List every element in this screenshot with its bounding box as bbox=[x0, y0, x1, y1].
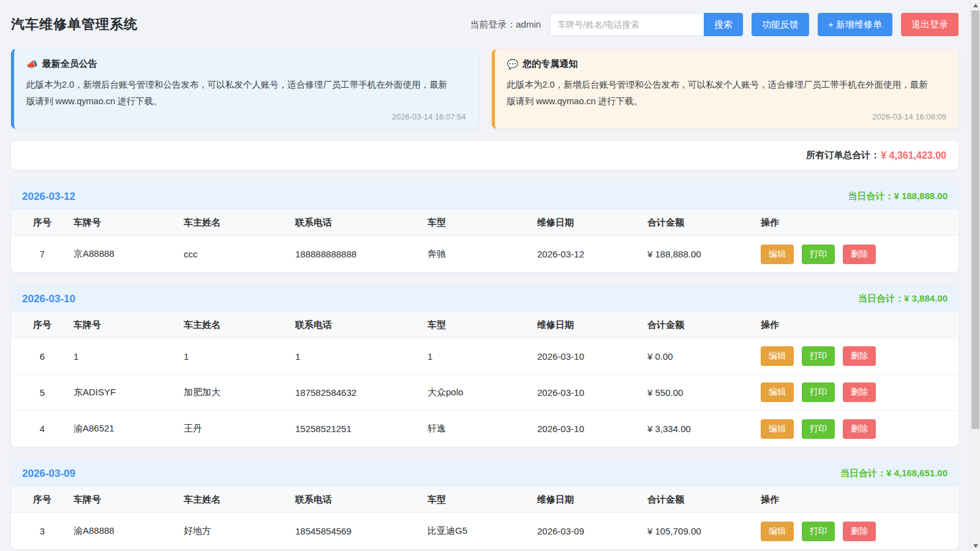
cell-car-model: 大众polo bbox=[428, 387, 537, 398]
login-username: admin bbox=[516, 19, 541, 29]
personal-notice-card: 💬 您的专属通知 此版本为2.0，新增后台账号管理和公告发布，可以私发个人账号，… bbox=[492, 49, 959, 129]
cell-car-model: 比亚迪G5 bbox=[428, 525, 537, 537]
cell-owner-name: 好地方 bbox=[184, 525, 295, 537]
cell-serial-number: 6 bbox=[11, 351, 74, 362]
grand-total-amount: ¥ 4,361,423.00 bbox=[881, 150, 946, 161]
print-button[interactable]: 打印 bbox=[802, 522, 835, 541]
column-header: 车牌号 bbox=[74, 217, 184, 229]
cell-car-model: 奔驰 bbox=[428, 248, 537, 260]
column-header: 车型 bbox=[428, 319, 537, 331]
table-body: 7 京A88888 ccc 188888888888 奔驰 2026-03-12… bbox=[11, 236, 959, 272]
cell-license-plate: 渝A88888 bbox=[74, 525, 184, 537]
login-label: 当前登录： bbox=[470, 19, 516, 29]
column-header: 序号 bbox=[11, 494, 74, 506]
cell-repair-date: 2026-03-10 bbox=[537, 387, 647, 398]
cell-phone: 15258521251 bbox=[295, 424, 428, 434]
column-header: 车主姓名 bbox=[184, 319, 295, 331]
cell-serial-number: 3 bbox=[11, 526, 74, 536]
cell-license-plate: 渝A86521 bbox=[74, 423, 184, 435]
order-sections: 2026-03-12 当日合计：¥ 188,888.00 序号车牌号车主姓名联系… bbox=[11, 183, 959, 549]
vertical-scrollbar[interactable] bbox=[970, 0, 980, 551]
cell-car-model: 轩逸 bbox=[428, 423, 537, 435]
cell-license-plate: 京A88888 bbox=[74, 248, 184, 260]
search-group: 搜索 bbox=[549, 13, 743, 36]
scrollbar-down-arrow[interactable] bbox=[970, 541, 980, 551]
day-total: 当日合计：¥ 3,884.00 bbox=[858, 293, 948, 305]
column-header: 序号 bbox=[11, 319, 74, 331]
table-row: 6 1 1 1 1 2026-03-10 ¥ 0.00 编辑 打印 删除 bbox=[11, 338, 959, 374]
delete-button[interactable]: 删除 bbox=[843, 382, 876, 402]
edit-button[interactable]: 编辑 bbox=[761, 382, 794, 402]
personal-notice-body: 此版本为2.0，新增后台账号管理和公告发布，可以私发个人账号，适合修理厂员工带手… bbox=[507, 77, 936, 110]
section-date: 2026-03-10 bbox=[22, 293, 75, 305]
feedback-button[interactable]: 功能反馈 bbox=[752, 13, 809, 36]
search-button[interactable]: 搜索 bbox=[704, 13, 743, 36]
table-row: 4 渝A86521 王丹 15258521251 轩逸 2026-03-10 ¥… bbox=[11, 411, 959, 447]
cell-actions: 编辑 打印 删除 bbox=[761, 245, 959, 264]
cell-serial-number: 5 bbox=[11, 387, 74, 398]
day-section: 2026-03-09 当日合计：¥ 4,168,651.00 序号车牌号车主姓名… bbox=[11, 460, 959, 549]
edit-button[interactable]: 编辑 bbox=[761, 346, 794, 366]
page: 汽车维修单管理系统 当前登录：admin 搜索 功能反馈 + 新增维修单 退出登… bbox=[0, 0, 970, 551]
cell-phone: 1 bbox=[295, 351, 428, 362]
cell-license-plate: 1 bbox=[74, 351, 184, 362]
column-header: 合计金额 bbox=[647, 494, 761, 506]
day-section: 2026-03-10 当日合计：¥ 3,884.00 序号车牌号车主姓名联系电话… bbox=[11, 286, 959, 447]
day-section-header: 2026-03-12 当日合计：¥ 188,888.00 bbox=[11, 183, 959, 210]
column-header: 维修日期 bbox=[537, 217, 647, 229]
section-date: 2026-03-12 bbox=[22, 191, 75, 203]
column-header: 车主姓名 bbox=[184, 217, 295, 229]
personal-notice-timestamp: 2026-03-14 16:08:09 bbox=[507, 112, 947, 121]
table-body: 3 渝A88888 好地方 18545854569 比亚迪G5 2026-03-… bbox=[11, 513, 959, 549]
edit-button[interactable]: 编辑 bbox=[761, 522, 794, 541]
print-button[interactable]: 打印 bbox=[802, 382, 835, 402]
column-header: 操作 bbox=[761, 494, 959, 506]
delete-button[interactable]: 删除 bbox=[843, 245, 876, 264]
delete-button[interactable]: 删除 bbox=[843, 522, 876, 541]
cell-license-plate: 东ADISYF bbox=[74, 387, 184, 398]
edit-button[interactable]: 编辑 bbox=[761, 419, 794, 439]
personal-notice-title-text: 您的专属通知 bbox=[522, 58, 578, 70]
day-section-header: 2026-03-10 当日合计：¥ 3,884.00 bbox=[11, 286, 959, 312]
personal-notice-title: 💬 您的专属通知 bbox=[507, 58, 947, 70]
table-row: 7 京A88888 ccc 188888888888 奔驰 2026-03-12… bbox=[11, 236, 959, 272]
search-input[interactable] bbox=[549, 13, 704, 36]
print-button[interactable]: 打印 bbox=[802, 245, 835, 264]
grand-total-label: 所有订单总合计： bbox=[806, 150, 880, 161]
notice-cards: 📣 最新全员公告 此版本为2.0，新增后台账号管理和公告发布，可以私发个人账号，… bbox=[11, 49, 959, 129]
announcement-title: 📣 最新全员公告 bbox=[26, 58, 466, 70]
column-header: 合计金额 bbox=[647, 319, 761, 331]
cell-amount: ¥ 550.00 bbox=[647, 387, 761, 398]
print-button[interactable]: 打印 bbox=[802, 346, 835, 366]
cell-owner-name: 王丹 bbox=[184, 423, 295, 435]
cell-repair-date: 2026-03-12 bbox=[537, 249, 647, 259]
table-body: 6 1 1 1 1 2026-03-10 ¥ 0.00 编辑 打印 删除 5 东… bbox=[11, 338, 959, 447]
column-header: 操作 bbox=[761, 319, 959, 331]
cell-phone: 18545854569 bbox=[295, 526, 428, 536]
delete-button[interactable]: 删除 bbox=[843, 346, 876, 366]
scrollbar-thumb[interactable] bbox=[971, 10, 979, 429]
cell-owner-name: 加肥加大 bbox=[184, 387, 295, 398]
cell-amount: ¥ 188,888.00 bbox=[647, 249, 761, 259]
add-repair-order-button[interactable]: + 新增维修单 bbox=[818, 13, 892, 36]
edit-button[interactable]: 编辑 bbox=[761, 245, 794, 264]
column-header: 车主姓名 bbox=[184, 494, 295, 506]
announcement-timestamp: 2026-03-14 16:07:54 bbox=[26, 112, 466, 121]
column-header: 操作 bbox=[761, 217, 959, 229]
logout-button[interactable]: 退出登录 bbox=[901, 13, 959, 36]
scrollbar-up-arrow[interactable] bbox=[970, 0, 980, 10]
column-header: 车型 bbox=[428, 494, 537, 506]
cell-actions: 编辑 打印 删除 bbox=[761, 346, 959, 366]
page-title: 汽车维修单管理系统 bbox=[11, 15, 138, 34]
delete-button[interactable]: 删除 bbox=[843, 419, 876, 439]
print-button[interactable]: 打印 bbox=[802, 419, 835, 439]
column-header: 联系电话 bbox=[295, 494, 428, 506]
cell-owner-name: ccc bbox=[184, 249, 295, 259]
column-header: 序号 bbox=[11, 217, 74, 229]
section-date: 2026-03-09 bbox=[22, 468, 75, 480]
day-total: 当日合计：¥ 4,168,651.00 bbox=[840, 468, 948, 479]
speech-bubble-icon: 💬 bbox=[507, 59, 519, 70]
cell-serial-number: 4 bbox=[11, 424, 74, 434]
announcement-body: 此版本为2.0，新增后台账号管理和公告发布，可以私发个人账号，适合修理厂员工带手… bbox=[26, 77, 455, 110]
cell-owner-name: 1 bbox=[184, 351, 295, 362]
